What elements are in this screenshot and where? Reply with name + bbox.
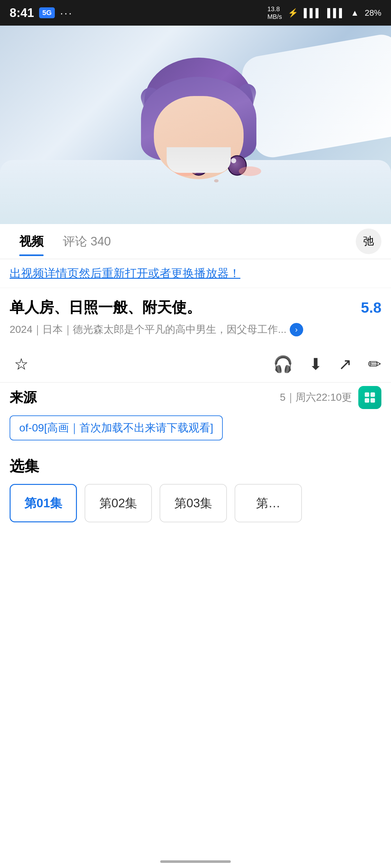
favorite-button[interactable]: ☆ [9,353,33,376]
tab-comment[interactable]: 评论 340 [53,227,120,256]
source-label: 来源 [9,389,36,406]
status-right: 13.8MB/s ⚡ ▌▌▌ ▌▌▌ ▲ 28% [267,5,381,21]
share-button[interactable]: ↗ [338,355,352,373]
nose [214,179,219,182]
tab-bar: 视频 评论 340 弛 [0,224,391,259]
episode-btn-1[interactable]: 第01集 [9,484,77,522]
home-indicator [160,860,231,863]
episode-btn-3[interactable]: 第03集 [160,484,227,522]
status-time: 8:41 [9,6,34,20]
episode-list: 第01集 第02集 第03集 第… [9,484,381,522]
svg-rect-2 [365,398,369,403]
collar [167,147,231,173]
blush-right [239,166,261,176]
source-info: 5｜周六22:10更 [280,386,381,409]
headphone-button[interactable]: 🎧 [273,355,293,373]
notice-bar: 出视频详情页然后重新打开或者更换播放器！ [0,259,391,288]
tab-comment-count: 340 [91,235,111,248]
status-network: 13.8MB/s [267,5,282,21]
episode-label-4: 第… [256,495,280,512]
favorite-icon: ☆ [14,355,29,373]
svg-rect-0 [365,393,369,397]
svg-rect-1 [370,393,375,397]
episode-label-1: 第01集 [24,495,62,512]
episode-section: 选集 第01集 第02集 第03集 第… [0,450,391,529]
tab-video[interactable]: 视频 [9,227,53,256]
filter-icon: 弛 [363,234,374,249]
tab-comment-label: 评论 [63,235,87,248]
tab-video-label: 视频 [19,235,44,248]
status-badge: 5G [39,7,55,18]
status-left: 8:41 5G ··· [9,6,73,20]
action-bar: ☆ 🎧 ⬇ ↗ ✏ [0,349,391,382]
status-bar: 8:41 5G ··· 13.8MB/s ⚡ ▌▌▌ ▌▌▌ ▲ 28% [0,0,391,26]
video-title-row: 单人房、日照一般、附天使。 5.8 [9,298,381,317]
svg-rect-3 [370,398,375,403]
video-info: 单人房、日照一般、附天使。 5.8 2024｜日本｜德光森太郎是个平凡的高中男生… [0,288,391,349]
meta-arrow[interactable]: › [290,323,303,336]
download-button[interactable]: ⬇ [309,355,323,373]
source-meta: 5｜周六22:10更 [280,391,352,405]
episode-btn-2[interactable]: 第02集 [85,484,152,522]
action-icons-right: 🎧 ⬇ ↗ ✏ [273,355,381,373]
source-row: 来源 5｜周六22:10更 [9,386,381,409]
episode-label-3: 第03集 [174,495,212,512]
pillow-right [239,32,391,160]
anime-character [135,58,256,192]
video-meta: 2024｜日本｜德光森太郎是个平凡的高中男生，因父母工作... › [9,322,381,337]
status-dots: ··· [60,7,73,19]
wifi-icon: ▲ [351,8,359,18]
source-tag-row: of-09[高画｜首次加载不出来请下载观看] [9,415,381,440]
bluetooth-icon: ⚡ [288,8,298,18]
video-title: 单人房、日照一般、附天使。 [9,298,355,317]
notice-text[interactable]: 出视频详情页然后重新打开或者更换播放器！ [9,267,240,280]
source-cube-button[interactable] [358,386,381,409]
source-tag-text: of-09[高画｜首次加载不出来请下载观看] [19,422,213,434]
filter-button[interactable]: 弛 [356,228,381,254]
video-thumbnail[interactable] [0,26,391,224]
signal-icon: ▌▌▌ [304,8,322,18]
meta-arrow-icon: › [295,325,298,334]
video-score: 5.8 [361,299,381,316]
signal2-icon: ▌▌▌ [327,8,345,18]
eye-shine-right [231,158,236,163]
source-tag[interactable]: of-09[高画｜首次加载不出来请下载观看] [9,415,223,440]
filter-btn-wrapper: 弛 [356,228,381,254]
episode-label-2: 第02集 [99,495,137,512]
edit-button[interactable]: ✏ [368,355,381,373]
episode-title: 选集 [9,456,381,476]
battery-icon: 28% [365,8,381,18]
episode-btn-4[interactable]: 第… [234,484,302,522]
video-meta-text: 2024｜日本｜德光森太郎是个平凡的高中男生，因父母工作... [9,322,286,337]
source-section: 来源 5｜周六22:10更 of-09[高画｜首次加载不出来请下载观看] [0,382,391,447]
